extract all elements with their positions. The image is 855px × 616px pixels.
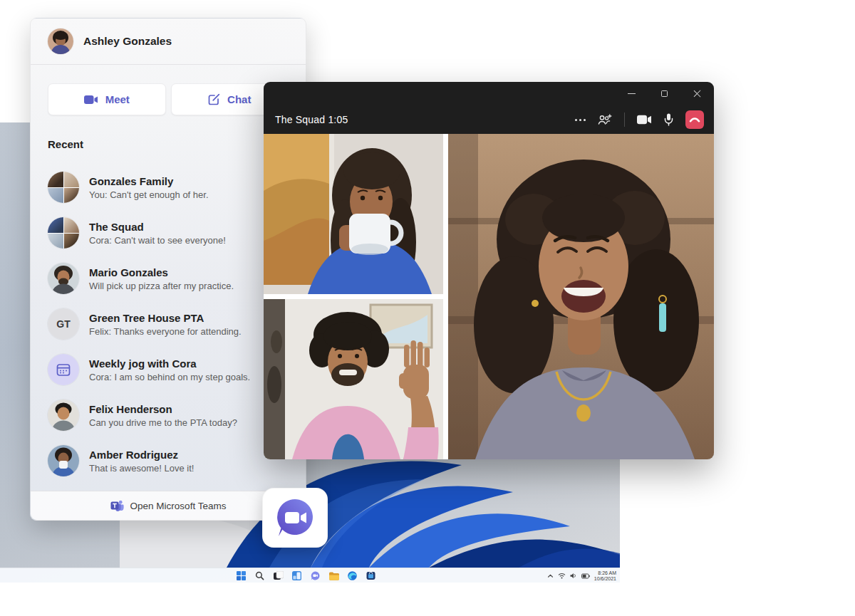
camera-toggle-icon[interactable] xyxy=(637,115,652,125)
avatar xyxy=(48,445,79,476)
meet-button-label: Meet xyxy=(105,93,130,105)
compose-icon xyxy=(208,93,220,105)
video-grid xyxy=(264,134,714,459)
call-title: The Squad 1:05 xyxy=(275,114,348,125)
tray-battery-icon[interactable] xyxy=(581,573,590,579)
teams-chat-fab-button[interactable] xyxy=(262,488,328,548)
tray-wifi-icon[interactable] xyxy=(558,573,566,579)
conversation-name: Felix Henderson xyxy=(89,402,237,416)
conversation-name: Weekly jog with Cora xyxy=(89,357,250,370)
start-button-icon[interactable] xyxy=(236,570,247,581)
conversation-name: Amber Rodriguez xyxy=(89,448,194,461)
taskbar-clock[interactable]: 8:26 AM 10/6/2021 xyxy=(594,570,618,582)
maximize-button[interactable] xyxy=(656,88,672,100)
file-explorer-icon[interactable] xyxy=(328,570,339,581)
conversation-preview: That is awesome! Love it! xyxy=(89,462,194,474)
controls-separator xyxy=(624,113,625,127)
video-tile-participant-1 xyxy=(264,134,443,294)
conversation-name: Green Tree House PTA xyxy=(89,311,242,325)
video-camera-icon xyxy=(84,95,98,105)
hang-up-button[interactable] xyxy=(685,110,704,129)
microsoft-teams-logo-icon xyxy=(110,499,124,512)
conversation-preview: Will pick up pizza after my practice. xyxy=(89,280,234,292)
user-name: Ashley Gonzales xyxy=(83,35,172,48)
chat-button-label: Chat xyxy=(227,93,251,105)
open-teams-label: Open Microsoft Teams xyxy=(130,501,227,511)
conversation-name: Mario Gonzales xyxy=(89,266,234,279)
avatar xyxy=(48,263,79,294)
edge-browser-icon[interactable] xyxy=(347,570,358,581)
meet-button[interactable]: Meet xyxy=(48,83,166,115)
minimize-button[interactable] xyxy=(623,88,639,100)
widgets-icon[interactable] xyxy=(291,570,302,581)
teams-chat-icon[interactable] xyxy=(310,570,321,581)
calendar-icon xyxy=(56,362,71,377)
screenshot-stage: 8:26 AM 10/6/2021 Ashley Gonzales Meet C… xyxy=(0,0,855,616)
tray-chevron-up-icon[interactable] xyxy=(547,573,554,579)
taskbar: 8:26 AM 10/6/2021 xyxy=(0,568,620,583)
video-tile-participant-3 xyxy=(448,134,714,459)
call-controls-bar: The Squad 1:05 xyxy=(264,105,714,134)
task-view-icon[interactable] xyxy=(273,570,284,581)
tray-volume-icon[interactable] xyxy=(570,573,577,579)
conversation-preview: Felix: Thanks everyone for attending. xyxy=(89,325,242,338)
conversation-name: Gonzales Family xyxy=(89,174,209,188)
teams-call-window: The Squad 1:05 xyxy=(264,82,714,459)
group-avatar xyxy=(48,172,79,203)
close-button[interactable] xyxy=(689,88,705,100)
initials-avatar: GT xyxy=(48,308,79,340)
search-icon[interactable] xyxy=(254,570,265,581)
clock-date: 10/6/2021 xyxy=(594,576,616,582)
calendar-avatar xyxy=(48,354,79,385)
taskbar-icon-group xyxy=(236,568,376,583)
video-chat-bubble-icon xyxy=(274,496,316,539)
conversation-preview: Can you drive me to the PTA today? xyxy=(89,417,237,429)
avatar xyxy=(48,400,79,431)
group-avatar xyxy=(48,217,79,249)
avatar-initials-text: GT xyxy=(48,308,79,340)
profile-header: Ashley Gonzales xyxy=(31,19,306,65)
avatar[interactable] xyxy=(48,28,73,54)
store-icon[interactable] xyxy=(366,570,376,581)
clock-time: 8:26 AM xyxy=(594,570,616,576)
conversation-preview: Cora: Can't wait to see everyone! xyxy=(89,234,226,246)
more-options-icon[interactable] xyxy=(575,119,586,121)
microphone-toggle-icon[interactable] xyxy=(664,113,673,126)
add-participant-icon[interactable] xyxy=(598,114,612,125)
handset-icon xyxy=(689,117,700,122)
conversation-preview: You: Can't get enough of her. xyxy=(89,189,209,201)
conversation-name: The Squad xyxy=(89,220,226,234)
system-tray: 8:26 AM 10/6/2021 xyxy=(547,568,618,583)
window-titlebar xyxy=(264,82,714,105)
video-tile-participant-2 xyxy=(264,299,443,459)
conversation-preview: Cora: I am so behind on my step goals. xyxy=(89,371,250,383)
